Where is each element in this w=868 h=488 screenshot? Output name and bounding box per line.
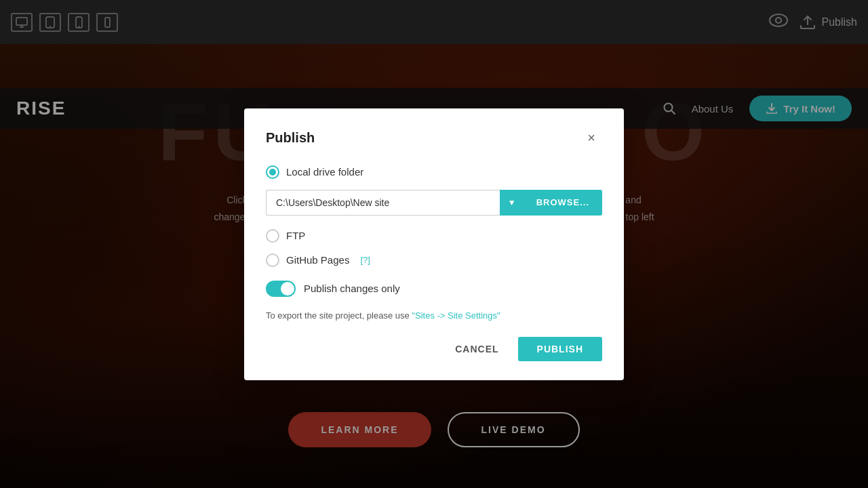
dialog-title: Publish	[266, 130, 315, 146]
publish-action-button[interactable]: PUBLISH	[518, 337, 602, 361]
radio-ftp[interactable]: FTP	[266, 229, 602, 243]
path-dropdown-button[interactable]: ▼	[500, 190, 524, 216]
path-input-row: ▼ BROWSE...	[266, 190, 602, 216]
dialog-footer: CANCEL PUBLISH	[266, 337, 602, 361]
publish-changes-toggle[interactable]	[266, 281, 296, 297]
dialog-header: Publish ×	[266, 127, 602, 149]
radio-github-label: GitHub Pages	[286, 254, 349, 266]
editor-background: Publish RISE About Us	[0, 0, 868, 488]
toggle-label: Publish changes only	[304, 283, 400, 294]
radio-github-circle	[266, 253, 279, 267]
path-input[interactable]	[266, 190, 500, 216]
radio-group: Local drive folder ▼ BROWSE... FTP	[266, 165, 602, 267]
radio-ftp-label: FTP	[286, 230, 305, 241]
radio-local-label: Local drive folder	[286, 166, 363, 178]
modal-overlay: Publish × Local drive folder ▼ BROWSE...	[0, 0, 868, 488]
toggle-knob	[281, 282, 294, 296]
export-settings-link[interactable]: "Sites -> Site Settings"	[412, 310, 500, 321]
cancel-button[interactable]: CANCEL	[444, 337, 509, 361]
dropdown-arrow: ▼	[508, 198, 516, 207]
browse-button[interactable]: BROWSE...	[524, 190, 602, 216]
toggle-row[interactable]: Publish changes only	[266, 281, 602, 297]
github-help-link[interactable]: [?]	[360, 255, 370, 265]
export-note-prefix: To export the site project, please use	[266, 310, 412, 321]
radio-local-drive[interactable]: Local drive folder	[266, 165, 602, 179]
radio-ftp-circle	[266, 229, 279, 243]
radio-local-circle	[266, 165, 279, 179]
radio-github[interactable]: GitHub Pages [?]	[266, 253, 602, 267]
publish-dialog: Publish × Local drive folder ▼ BROWSE...	[244, 108, 624, 380]
dialog-close-button[interactable]: ×	[580, 127, 602, 149]
export-note: To export the site project, please use "…	[266, 310, 602, 321]
